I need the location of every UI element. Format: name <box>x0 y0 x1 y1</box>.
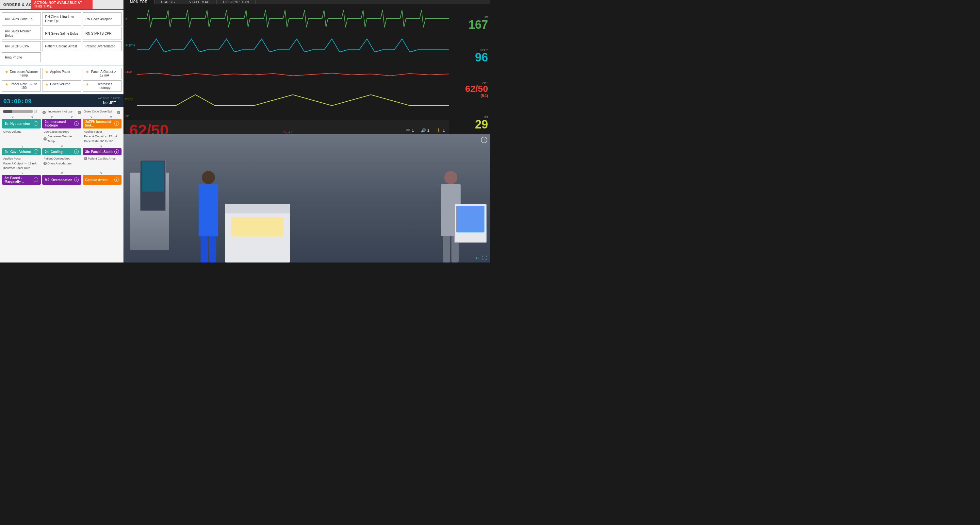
state-2c-cooling[interactable]: 2c: Cooling i <box>42 148 81 155</box>
action-btn-ring-phone[interactable]: Ring Phone <box>2 52 41 62</box>
info-icon-m2[interactable]: i <box>74 177 79 182</box>
tab-dialog[interactable]: DIALOG <box>154 0 182 4</box>
monitor-area: MONITOR DIALOG STATE MAP DESCRIPTION <box>124 0 490 134</box>
decreases-inotropy-text: Decreases Inotropy <box>43 129 69 134</box>
chevron-8: ∨ <box>43 145 81 148</box>
action-btn-empty-2 <box>83 52 121 62</box>
actions-row-2: Applies Pacer Pacer A Output >= 12 mA In… <box>2 156 121 171</box>
decreases-warmer-text: Decreases Warmer Temp <box>48 134 80 144</box>
state-2a-label: 2a: Increased Inotrope <box>45 120 74 127</box>
ecg-label: II <box>126 17 137 20</box>
col2-actions-2: Patient Oversedated ⊕ Gives Amiodarone <box>42 156 81 171</box>
trigger-decreases-warmer-temp[interactable]: ★ Decreases Warmer Temp <box>2 68 41 79</box>
col3-actions-2: ⊕ Patient Cardiac Arrest <box>83 156 121 171</box>
eye-value: 1 <box>412 128 414 133</box>
info-icon-2aepi[interactable]: i <box>115 121 119 126</box>
person-1 <box>195 171 221 263</box>
trigger-label: Decreases Warmer Temp <box>10 70 38 77</box>
tab-monitor[interactable]: MONITOR <box>124 0 154 4</box>
timer-bar: 03:00:09 ACTIVE STATE 1a: JET <box>0 95 124 107</box>
scene-info-button[interactable]: i <box>481 137 487 143</box>
trigger-label: Decreases Inotropy <box>91 82 119 89</box>
resp-svg <box>137 86 449 112</box>
info-icon-1b[interactable]: i <box>33 121 38 126</box>
info-icon-2c[interactable]: i <box>74 149 79 154</box>
pacer-rate-action: Pacer Rate 165 to 190 <box>84 139 120 144</box>
trigger-applies-pacer[interactable]: ★ Applies Pacer <box>42 68 81 79</box>
action-btn-rn-gives-saline-bolus[interactable]: RN Gives Saline Bolus <box>42 27 81 40</box>
map-svg <box>137 59 449 85</box>
right-panel: MONITOR DIALOG STATE MAP DESCRIPTION <box>124 0 490 263</box>
state-1b-hypotension[interactable]: 1b: Hypotension i <box>2 119 41 128</box>
info-icon-3b[interactable]: i <box>115 149 119 154</box>
pacer-a-output-2: Pacer A Output >= 12 mA <box>3 161 40 166</box>
trigger-label: Applies Pacer <box>50 70 70 73</box>
action-btn-patient-cardiac-arrest[interactable]: Patient Cardiac Arrest <box>42 41 81 51</box>
expand-button[interactable]: ⛶ <box>482 255 487 260</box>
conn-dot-2: ⊕ <box>78 109 81 115</box>
speaker-icon-item: 🔊 1 <box>421 128 430 133</box>
state-row-1: 1b: Hypotension i 2a: Increased Inotrope… <box>2 119 121 128</box>
active-state-text: ACTIVE STATE <box>98 97 120 100</box>
conn-dot-3: ⊕ <box>117 109 120 115</box>
actions-row-1: Gives Volume Decreases Inotropy ⊕ Decrea… <box>2 129 121 144</box>
map-canvas <box>137 59 449 85</box>
info-icon-cardiac[interactable]: i <box>115 177 119 182</box>
state-2a-increased-inotrope[interactable]: 2a: Increased Inotrope i <box>42 119 81 128</box>
info-icon-2b[interactable]: i <box>33 149 38 154</box>
action-btn-rn-gives-atropine[interactable]: RN Gives Atropine <box>83 13 121 26</box>
info-icon-2a[interactable]: i <box>74 121 79 126</box>
state-cardiac-arrest[interactable]: Cardiac Arrest i <box>83 175 121 185</box>
state-3c-paced-marginally[interactable]: 3c: Paced - Marginally ... i <box>2 175 41 185</box>
state-3b-paced-stable[interactable]: 3b: Paced - Stable i <box>83 148 121 155</box>
col1-action-list: Gives Volume <box>2 129 41 134</box>
action-btn-empty-1 <box>42 52 81 62</box>
pleth-waveform-row: PLETH <box>126 32 449 59</box>
state-2b-label: 2b: Gave Volume <box>5 150 31 154</box>
gives-code-dose-label: Gives Code Dose Epi <box>84 110 112 113</box>
state-2b-gave-volume[interactable]: 2b: Gave Volume i <box>2 148 41 155</box>
info-icon-3c[interactable]: i <box>33 177 38 182</box>
action-btn-rn-gives-ultra-low-dose-epi[interactable]: RN Gives Ultra Low Dose Epi <box>42 13 81 26</box>
star-icon: ★ <box>45 82 49 87</box>
state-2aepi[interactable]: 2aEPI: Increased Inot... i <box>83 119 121 128</box>
pleth-label: PLETH <box>126 44 137 47</box>
applies-pacer-action: Applies Pacer <box>84 129 120 134</box>
chevron-3: ∨ <box>43 115 61 119</box>
state-m2-oversedation[interactable]: M2: Oversedation i <box>42 175 81 185</box>
decreases-inotropy-action: Decreases Inotropy <box>43 129 80 134</box>
chevron-1: ∨ <box>3 115 22 119</box>
chevron-7: ∨ <box>3 145 41 148</box>
undo-button[interactable]: ↩ <box>476 255 480 260</box>
person-icon-item: 🚶 1 <box>436 128 445 133</box>
orders-header: ORDERS & ACTIONS ACTION NOT AVAILABLE AT… <box>0 0 124 10</box>
action-btn-rn-stops-cpr[interactable]: RN STOPS CPR <box>2 41 41 51</box>
increases-inotropy-label: Increases Inotropy <box>48 110 73 113</box>
chevron-12: ∨ <box>82 171 120 175</box>
action-btn-rn-gives-code-epi[interactable]: RN Gives Code Epi <box>2 13 41 26</box>
action-btn-rn-starts-cpr[interactable]: RN STARTS CPR <box>83 27 121 40</box>
eye-icon-item: 👁 1 <box>406 128 414 133</box>
progress-num: 18 <box>34 110 37 113</box>
monitor-stand <box>454 204 487 243</box>
hr-vital: HR 167 <box>453 16 488 31</box>
trigger-pacer-rate[interactable]: ★ Pacer Rate 165 to 190 <box>2 80 41 91</box>
pacer-a-output-action: Pacer A Output >= 12 mA <box>84 134 120 139</box>
trigger-label: Pacer A Output >= 12 mA <box>91 70 119 77</box>
actions-grid: RN Gives Code Epi RN Gives Ultra Low Dos… <box>0 10 124 65</box>
tab-description[interactable]: DESCRIPTION <box>216 0 256 4</box>
action-btn-patient-oversedated[interactable]: Patient Oversedated <box>83 41 121 51</box>
gives-amiodarone-2: ⊕ Gives Amiodarone <box>43 161 80 166</box>
conn-dot-ga: ⊕ <box>43 162 47 165</box>
col1-actions-2: Applies Pacer Pacer A Output >= 12 mA In… <box>2 156 41 171</box>
resp-canvas <box>137 86 449 112</box>
trigger-decreases-inotropy[interactable]: ★ Decreases Inotropy <box>83 80 121 91</box>
tab-state-map[interactable]: STATE MAP <box>182 0 216 4</box>
trigger-pacer-a-output[interactable]: ★ Pacer A Output >= 12 mA <box>83 68 121 79</box>
trigger-gives-volume[interactable]: ★ Gives Volume <box>42 80 81 91</box>
monitor-tabs: MONITOR DIALOG STATE MAP DESCRIPTION <box>124 0 490 4</box>
action-btn-rn-gives-albumin-bolus[interactable]: RN Gives Albumin Bolus <box>2 27 41 40</box>
person-icon: 🚶 <box>436 128 441 133</box>
bp-label-row: BP <box>126 113 449 119</box>
star-icon: ★ <box>86 70 89 74</box>
